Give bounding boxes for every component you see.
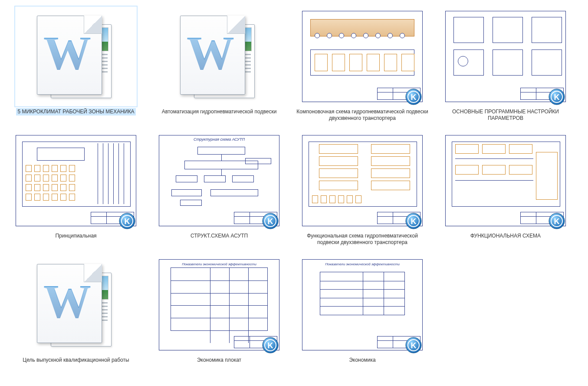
file-item[interactable]: K Функциональная схема гидропневматическ…	[291, 129, 434, 248]
file-item[interactable]: Структурная схема АСУТП K СТРУКТ.СХЕМА А…	[148, 129, 291, 248]
file-label: Экономика плокат	[196, 356, 243, 364]
file-thumbnail: W	[158, 7, 280, 106]
file-thumbnail: Показатели экономической эффективности K	[158, 255, 280, 355]
file-label: Функциональная схема гидропневматической…	[295, 232, 430, 246]
badge-letter: K	[411, 93, 417, 102]
file-item[interactable]: K ФУНКЦИОНАЛЬНАЯ СХЕМА	[434, 129, 577, 248]
badge-letter: K	[554, 93, 560, 102]
file-item[interactable]: Показатели экономической эффективности K…	[148, 253, 291, 366]
file-item[interactable]: K Принципиальная	[4, 129, 148, 248]
badge-letter: K	[268, 217, 273, 226]
file-thumbnail: K	[302, 131, 423, 231]
file-thumbnail: K	[15, 131, 137, 231]
file-thumbnail: K	[445, 7, 566, 106]
file-label: 5 МИКРОКЛИМАТ РАБОЧЕЙ ЗОНЫ МЕХАНИКА	[16, 108, 135, 115]
file-thumbnail: K	[445, 131, 566, 231]
kompas-badge-icon: K	[548, 212, 565, 230]
file-thumbnail: Показатели экономической эффективности K	[302, 255, 423, 355]
file-label: СТРУКТ.СХЕМА АСУТП	[189, 232, 249, 240]
word-document-icon: W	[33, 13, 119, 100]
word-document-icon: W	[176, 13, 263, 100]
file-label: ФУНКЦИОНАЛЬНАЯ СХЕМА	[469, 232, 542, 240]
badge-letter: K	[411, 341, 417, 350]
kompas-badge-icon: K	[405, 88, 422, 106]
badge-letter: K	[411, 217, 417, 226]
file-thumbnail: W	[15, 255, 137, 355]
kompas-badge-icon: K	[405, 337, 422, 354]
file-item[interactable]: W 5 МИКРОКЛИМАТ РАБОЧЕЙ ЗОНЫ МЕХАНИКА	[4, 4, 148, 124]
badge-letter: K	[554, 217, 560, 226]
file-label: ОСНОВНЫЕ ПРОГРАММНЫЕ НАСТРОЙКИ ПАРАМЕТРО…	[438, 108, 573, 122]
kompas-badge-icon: K	[262, 337, 279, 354]
file-item[interactable]: Показатели экономической эффективности K…	[291, 253, 434, 366]
file-label: Экономика	[348, 356, 377, 364]
badge-letter: K	[268, 341, 273, 350]
file-label: Цель выпускной квалификационной работы	[21, 356, 130, 364]
file-label: Автоматизация гидропневматической подвес…	[161, 108, 278, 115]
word-document-icon: W	[33, 261, 119, 348]
file-thumbnail: K	[302, 7, 423, 106]
file-item[interactable]: K ОСНОВНЫЕ ПРОГРАММНЫЕ НАСТРОЙКИ ПАРАМЕТ…	[434, 4, 577, 124]
file-label: Компоновочная схема гидропневматической …	[295, 108, 430, 122]
file-label: Принципиальная	[54, 232, 98, 240]
badge-letter: K	[125, 217, 130, 226]
kompas-badge-icon: K	[405, 212, 422, 230]
file-item[interactable]: W Цель выпускной квалификационной работы	[4, 253, 148, 366]
kompas-badge-icon: K	[118, 212, 136, 230]
file-icon-grid: W 5 МИКРОКЛИМАТ РАБОЧЕЙ ЗОНЫ МЕХАНИКА W …	[4, 4, 584, 366]
file-item[interactable]: W Автоматизация гидропневматической подв…	[148, 4, 291, 124]
file-item[interactable]: K Компоновочная схема гидропневматическо…	[291, 4, 434, 124]
kompas-badge-icon: K	[262, 212, 279, 230]
file-thumbnail: Структурная схема АСУТП K	[158, 131, 280, 231]
file-thumbnail: W	[15, 7, 137, 106]
kompas-badge-icon: K	[548, 88, 565, 106]
